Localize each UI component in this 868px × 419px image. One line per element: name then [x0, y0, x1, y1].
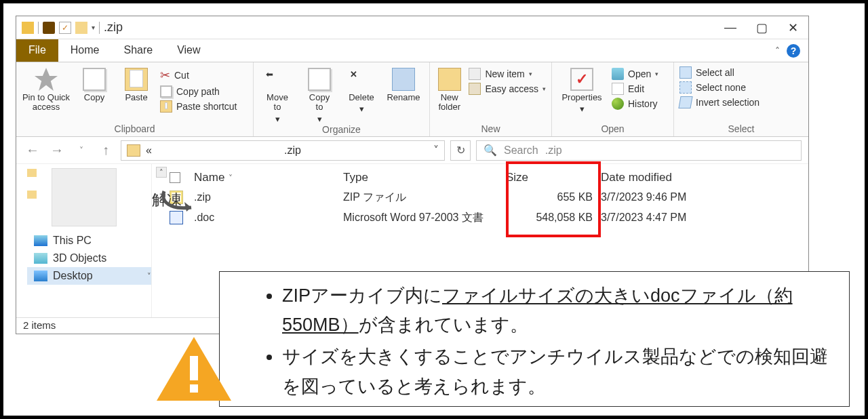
search-placeholder: Search: [504, 144, 538, 157]
easy-access-label: Easy access: [485, 83, 538, 94]
tab-file[interactable]: File: [16, 39, 58, 62]
address-bar[interactable]: « .zip ˅: [121, 140, 445, 161]
select-none-icon: [679, 81, 692, 94]
select-all-button[interactable]: Select all: [679, 66, 760, 79]
delete-button[interactable]: ✕ Delete ▾: [343, 65, 380, 115]
sort-indicator-icon: ˅: [229, 174, 233, 183]
move-to-button[interactable]: ⬅ Move to ▾: [259, 65, 296, 124]
history-button[interactable]: History: [612, 98, 658, 110]
file-name: .zip: [194, 191, 343, 203]
select-none-label: Select none: [696, 82, 746, 93]
collapse-ribbon-icon[interactable]: ˄: [775, 45, 780, 56]
move-to-icon: ⬅: [266, 68, 289, 91]
cut-icon: ✂: [160, 68, 170, 83]
column-size[interactable]: Size: [506, 171, 601, 184]
sidebar-item-desktop[interactable]: Desktop˅: [27, 267, 151, 285]
invert-selection-icon: [678, 96, 692, 108]
file-date: 3/7/2023 9:46 PM: [601, 191, 709, 203]
3d-objects-icon: [34, 253, 47, 264]
sidebar-label: Desktop: [53, 270, 93, 282]
folder-icon[interactable]: [75, 22, 87, 34]
sidebar-item-3dobjects[interactable]: 3D Objects: [27, 250, 151, 267]
copy-to-button[interactable]: Copy to ▾: [301, 65, 338, 124]
recent-locations-button[interactable]: ˅: [72, 141, 91, 160]
paste-button[interactable]: Paste: [118, 65, 155, 102]
copy-label: Copy: [84, 93, 104, 102]
rename-button[interactable]: Rename: [385, 65, 422, 102]
chevron-down-icon[interactable]: ˅: [147, 272, 151, 281]
folder-icon: [22, 22, 34, 34]
maximize-button[interactable]: ▢: [746, 16, 777, 39]
new-item-button[interactable]: New item▾: [469, 68, 546, 80]
organize-group-label: Organize: [254, 124, 429, 137]
chevron-down-icon: ▾: [359, 104, 364, 114]
nav-pane: This PC 3D Objects Desktop˅: [16, 164, 152, 317]
easy-access-button[interactable]: Easy access▾: [469, 83, 546, 95]
scroll-up-icon[interactable]: ˄: [156, 167, 167, 178]
up-button[interactable]: ↑: [96, 141, 115, 160]
column-type[interactable]: Type: [343, 171, 506, 184]
search-scope: .zip: [545, 144, 562, 157]
tab-view[interactable]: View: [165, 39, 212, 62]
paste-shortcut-label: Paste shortcut: [176, 101, 237, 112]
folder-icon: [27, 191, 37, 199]
select-all-checkbox[interactable]: [170, 172, 180, 183]
open-button[interactable]: Open▾: [612, 68, 658, 80]
breadcrumb-prefix: «: [146, 144, 152, 157]
properties-button[interactable]: ✓ Properties ▾: [557, 65, 606, 115]
address-dropdown-icon[interactable]: ˅: [433, 144, 439, 157]
file-date: 3/7/2023 4:47 PM: [601, 212, 709, 224]
folder-icon: [27, 169, 37, 177]
rename-label: Rename: [387, 93, 420, 102]
tab-share[interactable]: Share: [111, 39, 165, 62]
column-name[interactable]: Name˅: [194, 171, 343, 184]
pin-to-quick-access-button[interactable]: Pin to Quick access: [22, 65, 71, 113]
new-folder-button[interactable]: New folder: [435, 65, 463, 113]
callout-text: が含まれています。: [359, 315, 528, 335]
file-row[interactable]: .zipZIP ファイル655 KB3/7/2023 9:46 PM: [152, 187, 808, 207]
back-button[interactable]: ←: [23, 141, 42, 160]
breadcrumb-path: .zip: [157, 144, 428, 157]
svg-rect-1: [190, 384, 198, 393]
search-input[interactable]: 🔍 Search .zip: [476, 140, 802, 161]
minimize-button[interactable]: —: [715, 16, 746, 39]
cut-button[interactable]: ✂Cut: [160, 68, 237, 83]
invert-selection-button[interactable]: Invert selection: [679, 96, 760, 108]
help-icon[interactable]: ?: [787, 44, 800, 58]
column-headers: Name˅ Type Size Date modified: [152, 168, 808, 187]
select-none-button[interactable]: Select none: [679, 81, 760, 94]
file-size: 548,058 KB: [506, 212, 601, 224]
cut-label: Cut: [174, 70, 189, 81]
callout-text: サイズを大きくすることでアンチウイルス製品などでの検知回避を図っていると考えられ…: [282, 342, 842, 401]
new-folder-icon: [438, 68, 461, 91]
qat-dropdown-icon[interactable]: ▾: [92, 24, 95, 31]
copy-button[interactable]: Copy: [76, 65, 113, 102]
chevron-down-icon: ▾: [275, 115, 280, 124]
file-type: Microsoft Word 97-2003 文書: [343, 211, 506, 225]
qat-properties-icon[interactable]: ✓: [59, 22, 71, 34]
separator: [38, 22, 39, 34]
ribbon-tabs: File Home Share View ˄ ?: [16, 39, 808, 62]
copy-path-button[interactable]: Copy path: [160, 85, 237, 98]
new-item-label: New item: [485, 68, 524, 79]
copy-to-icon: [308, 68, 331, 91]
column-date[interactable]: Date modified: [601, 171, 709, 184]
open-group-label: Open: [552, 123, 673, 136]
close-button[interactable]: ✕: [777, 16, 808, 39]
history-label: History: [628, 98, 658, 109]
copy-icon: [83, 68, 106, 91]
callout-text: ZIPアーカイブ内に: [282, 285, 442, 306]
paste-shortcut-button[interactable]: Paste shortcut: [160, 100, 237, 113]
tab-home[interactable]: Home: [58, 39, 112, 62]
forward-button[interactable]: →: [47, 141, 66, 160]
sidebar-item-thispc[interactable]: This PC: [27, 232, 151, 250]
qat-icon[interactable]: [43, 22, 55, 34]
desktop-icon: [34, 271, 47, 281]
select-all-label: Select all: [696, 67, 734, 78]
edit-button[interactable]: Edit: [612, 83, 658, 95]
select-group-label: Select: [674, 123, 808, 136]
annotation-callout: ZIPアーカイブ内にファイルサイズの大きいdocファイル（約550MB）が含まれ…: [219, 271, 850, 407]
file-row[interactable]: .docMicrosoft Word 97-2003 文書548,058 KB3…: [152, 207, 808, 228]
refresh-button[interactable]: ↻: [450, 140, 471, 161]
sidebar-label: This PC: [53, 235, 92, 247]
